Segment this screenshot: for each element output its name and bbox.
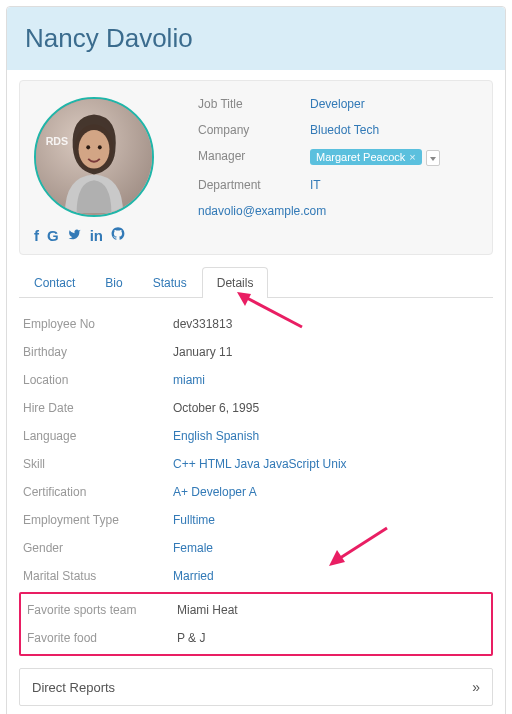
tab-status[interactable]: Status	[138, 267, 202, 298]
profile-row-label: Department	[198, 178, 310, 192]
profile-row-label: Company	[198, 123, 310, 137]
profile-row: DepartmentIT	[198, 178, 478, 192]
profile-row-value[interactable]: Bluedot Tech	[310, 123, 379, 137]
detail-row: CertificationA+ Developer A	[19, 478, 493, 506]
profile-row: CompanyBluedot Tech	[198, 123, 478, 137]
detail-row: Employment TypeFulltime	[19, 506, 493, 534]
github-icon[interactable]	[111, 227, 125, 244]
detail-label: Gender	[23, 541, 173, 555]
tab-details[interactable]: Details	[202, 267, 269, 298]
detail-label: Employee No	[23, 317, 173, 331]
highlight-box: Favorite sports teamMiami HeatFavorite f…	[19, 592, 493, 656]
page-header: Nancy Davolio	[7, 7, 505, 70]
profile-card: RDS f G in	[19, 80, 493, 255]
detail-value[interactable]: A+ Developer A	[173, 485, 257, 499]
detail-label: Hire Date	[23, 401, 173, 415]
chevron-right-icon: »	[472, 679, 480, 695]
detail-row: Employee Nodev331813	[19, 310, 493, 338]
google-icon[interactable]: G	[47, 227, 59, 244]
profile-row-value[interactable]: IT	[310, 178, 321, 192]
highlight-row: Favorite foodP & J	[23, 624, 489, 652]
detail-label: Certification	[23, 485, 173, 499]
profile-row-value: Margaret Peacock×	[310, 149, 440, 166]
detail-row: Marital StatusMarried	[19, 562, 493, 590]
facebook-icon[interactable]: f	[34, 227, 39, 244]
detail-row: Locationmiami	[19, 366, 493, 394]
avatar-image: RDS	[36, 99, 152, 215]
detail-value[interactable]: miami	[173, 373, 205, 387]
linkedin-icon[interactable]: in	[90, 227, 103, 244]
svg-text:RDS: RDS	[46, 135, 68, 147]
detail-label: Favorite food	[27, 631, 177, 645]
detail-value: January 11	[173, 345, 232, 359]
avatar[interactable]: RDS	[34, 97, 154, 217]
svg-point-5	[98, 145, 102, 149]
detail-row: GenderFemale	[19, 534, 493, 562]
profile-row-label: Job Title	[198, 97, 310, 111]
twitter-icon[interactable]	[67, 227, 82, 244]
detail-label: Location	[23, 373, 173, 387]
profile-row: Job TitleDeveloper	[198, 97, 478, 111]
manager-dropdown-toggle[interactable]	[426, 150, 440, 166]
detail-label: Skill	[23, 457, 173, 471]
detail-label: Marital Status	[23, 569, 173, 583]
tabs: ContactBioStatusDetails	[19, 267, 493, 298]
profile-row-label: Manager	[198, 149, 310, 166]
profile-row: ManagerMargaret Peacock×	[198, 149, 478, 166]
detail-value: October 6, 1995	[173, 401, 259, 415]
detail-row: LanguageEnglish Spanish	[19, 422, 493, 450]
direct-reports-row[interactable]: Direct Reports »	[19, 668, 493, 706]
detail-value[interactable]: Female	[173, 541, 213, 555]
manager-chip[interactable]: Margaret Peacock×	[310, 149, 422, 165]
detail-label: Favorite sports team	[27, 603, 177, 617]
detail-row: SkillC++ HTML Java JavaScript Unix	[19, 450, 493, 478]
detail-label: Language	[23, 429, 173, 443]
highlight-row: Favorite sports teamMiami Heat	[23, 596, 489, 624]
avatar-column: RDS f G in	[34, 97, 174, 244]
detail-row: BirthdayJanuary 11	[19, 338, 493, 366]
direct-reports-label: Direct Reports	[32, 680, 115, 695]
social-row: f G in	[34, 227, 174, 244]
detail-value[interactable]: English Spanish	[173, 429, 259, 443]
detail-label: Employment Type	[23, 513, 173, 527]
detail-value: Miami Heat	[177, 603, 238, 617]
profile-info: Job TitleDeveloperCompanyBluedot TechMan…	[198, 97, 478, 244]
profile-row-value[interactable]: Developer	[310, 97, 365, 111]
detail-label: Birthday	[23, 345, 173, 359]
close-icon[interactable]: ×	[409, 151, 415, 163]
svg-point-4	[86, 145, 90, 149]
detail-value: P & J	[177, 631, 205, 645]
tab-contact[interactable]: Contact	[19, 267, 90, 298]
email[interactable]: ndavolio@example.com	[198, 204, 478, 218]
profile-page: Nancy Davolio RDS	[6, 6, 506, 714]
page-title: Nancy Davolio	[25, 23, 487, 54]
detail-value[interactable]: Fulltime	[173, 513, 215, 527]
detail-value: dev331813	[173, 317, 232, 331]
detail-value[interactable]: C++ HTML Java JavaScript Unix	[173, 457, 347, 471]
detail-row: Hire DateOctober 6, 1995	[19, 394, 493, 422]
tab-bio[interactable]: Bio	[90, 267, 137, 298]
detail-value[interactable]: Married	[173, 569, 214, 583]
details-panel: Employee Nodev331813BirthdayJanuary 11Lo…	[19, 298, 493, 656]
